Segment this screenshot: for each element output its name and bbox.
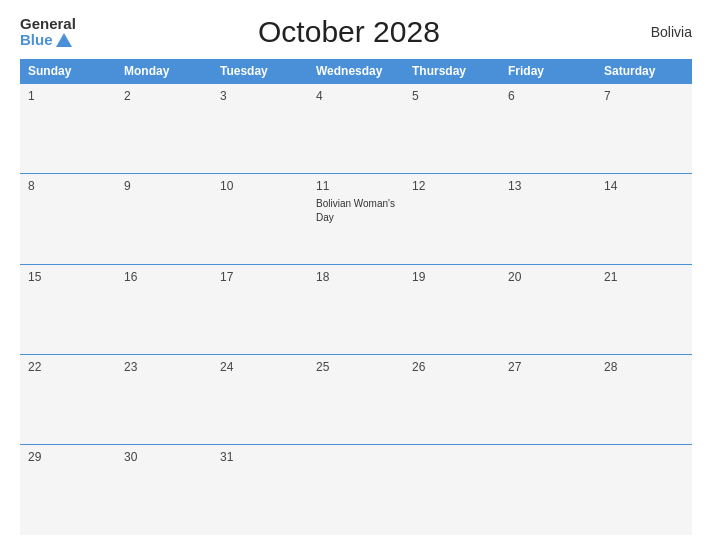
day-number: 27 [508,360,588,374]
calendar-cell: 15 [20,264,116,354]
calendar-cell: 12 [404,174,500,264]
logo-triangle-icon [56,33,72,47]
calendar-cell: 6 [500,84,596,174]
day-number: 16 [124,270,204,284]
calendar-cell: 19 [404,264,500,354]
calendar-cell: 29 [20,445,116,535]
calendar-cell: 26 [404,354,500,444]
calendar-cell: 13 [500,174,596,264]
day-number: 4 [316,89,396,103]
day-number: 3 [220,89,300,103]
day-number: 1 [28,89,108,103]
day-number: 13 [508,179,588,193]
weekday-header-thursday: Thursday [404,59,500,84]
calendar-cell: 3 [212,84,308,174]
day-number: 15 [28,270,108,284]
day-number: 8 [28,179,108,193]
calendar-week-row: 1234567 [20,84,692,174]
calendar-cell: 4 [308,84,404,174]
country-label: Bolivia [622,24,692,40]
day-number: 9 [124,179,204,193]
calendar-cell: 5 [404,84,500,174]
calendar-cell: 28 [596,354,692,444]
weekday-header-tuesday: Tuesday [212,59,308,84]
calendar-cell: 9 [116,174,212,264]
weekday-header-monday: Monday [116,59,212,84]
day-number: 23 [124,360,204,374]
day-number: 6 [508,89,588,103]
day-number: 12 [412,179,492,193]
weekday-header-row: SundayMondayTuesdayWednesdayThursdayFrid… [20,59,692,84]
calendar-cell: 2 [116,84,212,174]
day-number: 14 [604,179,684,193]
calendar-cell: 30 [116,445,212,535]
day-number: 29 [28,450,108,464]
day-number: 11 [316,179,396,193]
day-number: 24 [220,360,300,374]
weekday-header-sunday: Sunday [20,59,116,84]
calendar-cell: 17 [212,264,308,354]
calendar-cell: 11Bolivian Woman's Day [308,174,404,264]
weekday-header-friday: Friday [500,59,596,84]
day-number: 18 [316,270,396,284]
weekday-header-wednesday: Wednesday [308,59,404,84]
day-number: 30 [124,450,204,464]
day-number: 7 [604,89,684,103]
calendar-cell: 18 [308,264,404,354]
day-number: 2 [124,89,204,103]
calendar-cell: 23 [116,354,212,444]
calendar-cell [404,445,500,535]
day-number: 22 [28,360,108,374]
calendar-week-row: 22232425262728 [20,354,692,444]
calendar-cell [500,445,596,535]
calendar-cell: 20 [500,264,596,354]
calendar-cell: 14 [596,174,692,264]
calendar-cell: 27 [500,354,596,444]
day-number: 31 [220,450,300,464]
calendar-cell: 31 [212,445,308,535]
day-number: 28 [604,360,684,374]
day-number: 25 [316,360,396,374]
page-title: October 2028 [76,15,622,49]
day-number: 19 [412,270,492,284]
calendar-cell: 16 [116,264,212,354]
day-number: 17 [220,270,300,284]
calendar-week-row: 15161718192021 [20,264,692,354]
calendar-table: SundayMondayTuesdayWednesdayThursdayFrid… [20,59,692,535]
calendar-cell: 22 [20,354,116,444]
calendar-cell: 10 [212,174,308,264]
calendar-week-row: 293031 [20,445,692,535]
page-header: General Blue October 2028 Bolivia [20,15,692,49]
calendar-cell: 21 [596,264,692,354]
day-number: 20 [508,270,588,284]
event-label: Bolivian Woman's Day [316,198,395,223]
logo-general-text: General [20,16,76,33]
logo-blue-text: Blue [20,32,76,49]
logo: General Blue [20,16,76,49]
weekday-header-saturday: Saturday [596,59,692,84]
calendar-cell: 25 [308,354,404,444]
day-number: 5 [412,89,492,103]
calendar-week-row: 891011Bolivian Woman's Day121314 [20,174,692,264]
day-number: 26 [412,360,492,374]
calendar-cell: 1 [20,84,116,174]
day-number: 21 [604,270,684,284]
calendar-cell: 7 [596,84,692,174]
calendar-cell [596,445,692,535]
calendar-cell: 8 [20,174,116,264]
calendar-cell [308,445,404,535]
day-number: 10 [220,179,300,193]
calendar-cell: 24 [212,354,308,444]
